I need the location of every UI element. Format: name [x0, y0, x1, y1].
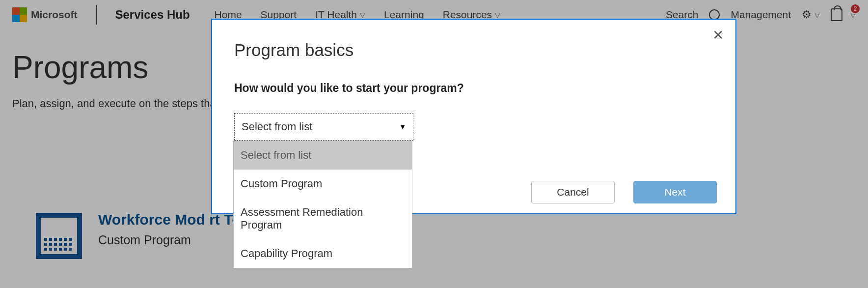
dropdown-option-capability[interactable]: Capability Program — [234, 239, 412, 268]
close-button[interactable]: ✕ — [712, 29, 724, 42]
cancel-button-label: Cancel — [557, 186, 589, 198]
next-button-label: Next — [664, 186, 685, 198]
dialog-question: How would you like to start your program… — [234, 82, 735, 95]
program-type-dropdown: Select from list Custom Program Assessme… — [233, 141, 412, 268]
dropdown-option-placeholder[interactable]: Select from list — [234, 141, 412, 170]
cancel-button[interactable]: Cancel — [531, 181, 615, 203]
program-type-select[interactable]: Select from list ▼ — [234, 113, 413, 141]
dropdown-caret-icon: ▼ — [399, 123, 406, 131]
dropdown-option-assessment[interactable]: Assessment Remediation Program — [234, 198, 412, 239]
dropdown-option-custom[interactable]: Custom Program — [234, 170, 412, 198]
dialog-title: Program basics — [234, 40, 735, 60]
close-icon: ✕ — [712, 28, 724, 43]
select-value: Select from list — [242, 120, 312, 133]
next-button[interactable]: Next — [633, 181, 717, 203]
